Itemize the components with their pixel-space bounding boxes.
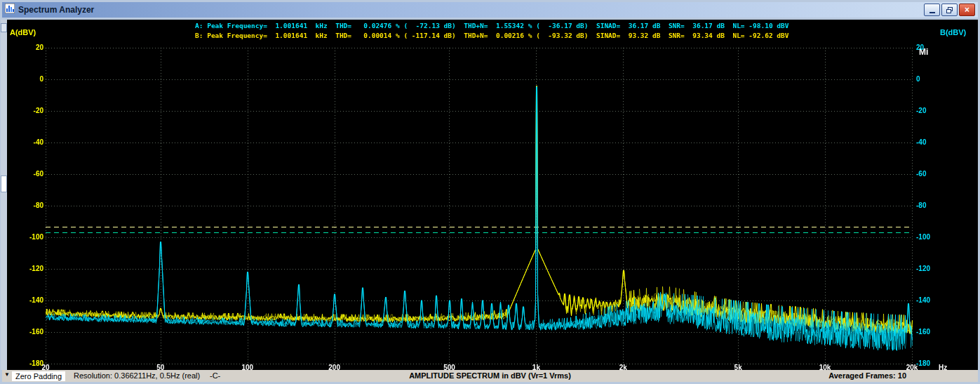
close-button[interactable]: × (959, 4, 975, 16)
y-tick-label-right: -80 (916, 201, 947, 209)
y-tick-label-right: -120 (916, 265, 947, 272)
title-bar[interactable]: Spectrum Analyzer × (2, 2, 978, 18)
y-tick-label-right: -100 (916, 233, 947, 241)
window-controls: × (924, 4, 975, 16)
minimize-button[interactable] (924, 4, 940, 16)
readout-channel-b: B: Peak Frequency= 1.001641 kHz THD= 0.0… (195, 32, 788, 39)
y-tick-label-left: -120 (7, 265, 43, 272)
restore-icon (946, 7, 953, 13)
y-tick-label-right: -20 (916, 107, 947, 114)
x-tick-label: 2k (608, 364, 638, 371)
channel-indicator: -C- (210, 371, 220, 380)
x-tick-label: 100 (232, 364, 263, 371)
y-tick-label-left: -140 (7, 296, 43, 304)
x-tick-label: 500 (434, 364, 464, 371)
x-tick-label: 10k (810, 364, 840, 371)
close-icon: × (965, 6, 969, 14)
x-tick-label: 5k (723, 364, 753, 371)
averaged-frames-status: Averaged Frames: 10 (828, 371, 906, 380)
restore-button[interactable] (941, 4, 958, 16)
scrollbar-button[interactable] (1, 23, 7, 32)
window-title: Spectrum Analyzer (18, 5, 94, 15)
y-tick-label-left: -40 (7, 138, 43, 146)
left-axis-title: A(dBV) (10, 28, 36, 37)
zero-padding-select[interactable]: Zero Padding (12, 371, 65, 381)
x-tick-label: 200 (319, 364, 350, 371)
status-bar: ▼ Zero Padding Resolution: 0.366211Hz, 0… (2, 370, 978, 382)
x-tick-label: 20k (897, 364, 927, 371)
y-tick-label-left: -20 (7, 107, 43, 114)
left-scrollbar[interactable] (1, 20, 7, 370)
y-tick-label-right: -140 (916, 296, 947, 304)
dropdown-arrow-icon[interactable]: ▼ (4, 371, 10, 378)
scrollbar-thumb[interactable] (1, 176, 7, 192)
x-tick-label: 50 (145, 364, 176, 371)
spectrum-plot-canvas[interactable] (7, 20, 978, 370)
y-tick-label-left: -60 (7, 170, 43, 178)
y-tick-label-left: 20 (7, 44, 43, 51)
y-tick-label-right: -40 (916, 138, 947, 146)
y-tick-label-left: -100 (7, 233, 43, 241)
spectrum-analyzer-window: Spectrum Analyzer × A: Peak Frequency= 1… (0, 0, 980, 384)
x-tick-label: 20 (30, 364, 61, 371)
y-tick-label-right: 20 (916, 44, 947, 51)
readout-channel-a: A: Peak Frequency= 1.001641 kHz THD= 0.0… (195, 22, 788, 29)
app-icon (5, 4, 15, 16)
y-tick-label-right: -160 (916, 328, 947, 336)
y-tick-label-left: 0 (7, 75, 43, 83)
resolution-status: Resolution: 0.366211Hz, 0.5Hz (real) (74, 371, 200, 380)
y-tick-label-left: -80 (7, 201, 43, 209)
plot-area: A: Peak Frequency= 1.001641 kHz THD= 0.0… (7, 20, 978, 370)
right-axis-title: B(dBV) (940, 28, 966, 37)
y-tick-label-right: 0 (916, 75, 947, 83)
y-tick-label-left: -160 (7, 328, 43, 336)
x-tick-label: 1k (521, 364, 551, 371)
y-tick-label-right: -60 (916, 170, 947, 178)
minimize-icon (929, 12, 935, 13)
